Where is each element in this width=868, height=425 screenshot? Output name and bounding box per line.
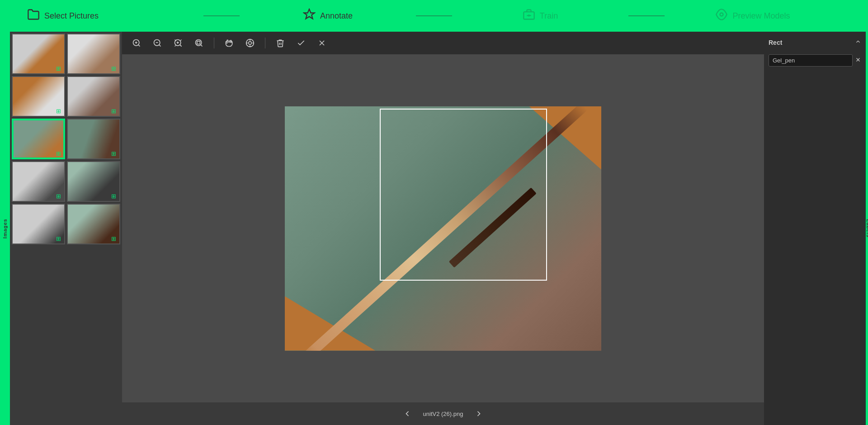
- thumb-corner-icon-6: ⊞: [111, 150, 118, 158]
- pen-object: [285, 106, 601, 351]
- main-image: [285, 106, 601, 351]
- images-tab[interactable]: Images: [0, 32, 10, 425]
- pen-grip: [449, 187, 537, 267]
- nav-divider-2: [416, 15, 452, 16]
- right-panel: Rect: [764, 32, 868, 425]
- nav-select-pictures[interactable]: Select Pictures: [27, 8, 203, 24]
- delete-label-button[interactable]: [855, 57, 861, 65]
- nav-divider-1: [203, 15, 240, 16]
- svg-rect-17: [197, 41, 200, 44]
- thumbnail-grid: ⊞ ⊞ ⊞ ⊞ ⊞: [10, 32, 122, 425]
- zoom-fit-button[interactable]: [170, 35, 186, 51]
- nav-train: Train: [452, 8, 628, 24]
- svg-point-19: [249, 42, 252, 45]
- preview-icon: [715, 8, 728, 24]
- thumbnail-6[interactable]: ⊞: [67, 119, 120, 159]
- right-panel-content: Rect: [764, 32, 866, 425]
- canvas-nav: unitV2 (26).png: [122, 402, 764, 425]
- next-image-button[interactable]: [472, 407, 486, 420]
- thumb-corner-icon-8: ⊞: [111, 193, 118, 200]
- annotation-type-header: Rect: [769, 36, 861, 49]
- label-input-row: [769, 54, 861, 67]
- nav-divider-3: [628, 15, 665, 16]
- thumbnail-1[interactable]: ⊞: [12, 33, 65, 74]
- cancel-annotations-button[interactable]: [314, 35, 330, 51]
- save-annotations-button[interactable]: [293, 35, 309, 51]
- train-icon: [523, 8, 535, 24]
- toolbar-sep-1: [214, 38, 214, 48]
- thumbnail-7[interactable]: ⊞: [12, 161, 65, 202]
- svg-line-9: [159, 45, 161, 47]
- svg-point-15: [196, 40, 202, 46]
- nav-train-label: Train: [540, 11, 558, 21]
- nav-bar: Select Pictures Annotate Train: [0, 0, 868, 32]
- main-content: Images ⊞ ⊞ ⊞ ⊞: [0, 32, 868, 425]
- thumbnail-8[interactable]: ⊞: [67, 161, 120, 202]
- thumbnail-5[interactable]: ⊞: [12, 119, 65, 159]
- nav-preview-models-label: Preview Models: [732, 11, 790, 21]
- expand-annotation-button[interactable]: [855, 38, 861, 47]
- pan-button[interactable]: [222, 35, 237, 51]
- svg-line-5: [138, 45, 140, 47]
- toolbar-sep-2: [265, 38, 265, 48]
- thumbnail-3[interactable]: ⊞: [12, 76, 65, 117]
- thumbnail-4[interactable]: ⊞: [67, 76, 120, 117]
- left-sidebar: Images ⊞ ⊞ ⊞ ⊞: [0, 32, 122, 425]
- nav-annotate[interactable]: Annotate: [240, 8, 416, 24]
- zoom-reset-button[interactable]: [191, 35, 207, 51]
- nav-preview-models: Preview Models: [665, 8, 841, 24]
- annotation-type-label: Rect: [769, 39, 782, 46]
- zoom-out-button[interactable]: [150, 35, 165, 51]
- image-canvas[interactable]: [122, 54, 764, 402]
- top-nav: Select Pictures Annotate Train: [0, 0, 868, 425]
- labels-tab-label: Labels: [866, 219, 868, 238]
- toolbar: [122, 32, 764, 54]
- delete-button[interactable]: [273, 35, 288, 51]
- labels-tab[interactable]: Labels: [866, 32, 868, 425]
- thumb-corner-icon-3: ⊞: [56, 108, 63, 115]
- pen-body: [299, 106, 588, 351]
- thumbnail-10[interactable]: ⊞: [67, 204, 120, 244]
- label-input-field[interactable]: [769, 54, 853, 67]
- annotate-icon: [303, 8, 316, 24]
- nav-annotate-label: Annotate: [320, 11, 353, 21]
- thumb-corner-icon-5: ⊞: [56, 150, 63, 158]
- folder-icon: [27, 8, 40, 24]
- prev-image-button[interactable]: [401, 407, 414, 420]
- images-tab-label: Images: [2, 219, 8, 239]
- nav-select-pictures-label: Select Pictures: [44, 11, 99, 21]
- thumb-corner-icon-10: ⊞: [111, 235, 118, 243]
- zoom-in-button[interactable]: [129, 35, 144, 51]
- thumb-corner-icon-2: ⊞: [111, 65, 118, 72]
- thumb-corner-icon-7: ⊞: [56, 193, 63, 200]
- thumb-corner-icon-1: ⊞: [56, 65, 63, 72]
- thumb-corner-icon-4: ⊞: [111, 108, 118, 115]
- svg-point-3: [720, 13, 723, 16]
- target-button[interactable]: [242, 35, 258, 51]
- canvas-area: unitV2 (26).png: [122, 32, 764, 425]
- thumbnail-9[interactable]: ⊞: [12, 204, 65, 244]
- thumbnail-2[interactable]: ⊞: [67, 33, 120, 74]
- thumb-corner-icon-9: ⊞: [56, 235, 63, 243]
- svg-line-16: [201, 45, 203, 47]
- filename-label: unitV2 (26).png: [423, 411, 463, 417]
- main-image-container: [285, 106, 601, 351]
